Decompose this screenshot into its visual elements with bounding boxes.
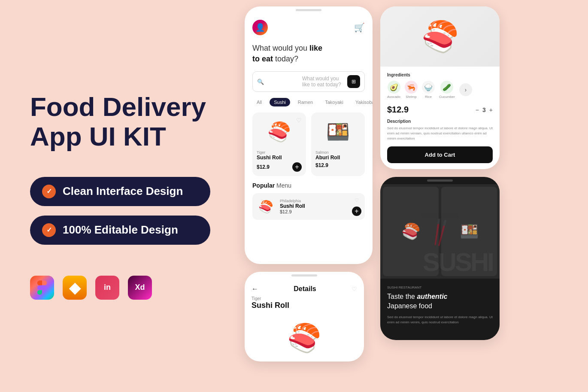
cart-icon: 🛒 [354,22,365,33]
dark-description: Sed do eiusmod tempor incididunt ut labo… [387,315,493,325]
avatar: 👤 [252,20,268,35]
detail-price: $12.9 [387,105,409,115]
food-price-2: $12.9 [315,162,328,168]
add-btn-1[interactable]: + [292,162,302,172]
food-card-1: ♡ 🍣 Tiger Sushi Roll $12.9 + [252,112,306,176]
detail-bottom-label: Tiger [245,296,364,301]
phone-dark: 🍣 🍱 🥢 SUSHI SUSHI RESTAURANT Taste the a… [380,177,500,340]
ingredient-avocado: 🥑 Avocado [387,81,400,99]
phone-detail-bottom: ← Details ♡ Tiger Sushi Roll 🍣 [245,272,364,362]
popular-add-btn[interactable]: + [352,207,361,216]
popular-label: Philadelphia [280,199,348,203]
details-screen-title: Details [294,285,316,293]
qty-control: − 3 + [476,106,493,113]
ingredient-more[interactable]: › [459,83,472,96]
food-name-1: Sushi Roll [257,155,302,161]
detail-food-preview: 🍣 [245,314,364,362]
tab-all[interactable]: All [252,98,266,106]
food-card-2: 🍱 Salmon Aburi Roll $12.9 [311,112,365,176]
detail-bottom-name: Sushi Roll [245,301,364,314]
invision-icon: in [95,276,119,300]
phone-notch [296,9,321,11]
ingredient-cucumber-icon: 🥒 [440,81,453,94]
food-grid: ♡ 🍣 Tiger Sushi Roll $12.9 + 🍱 Salmon Ab… [252,112,365,176]
sketch-icon: ◆ [63,276,87,300]
popular-title: Popular Menu [252,182,365,189]
heart-icon-1[interactable]: ♡ [296,117,302,124]
badge-editable: 100% Editable Design [30,216,210,245]
back-button[interactable]: ← [252,285,258,293]
add-to-cart-button[interactable]: Add to Cart [387,146,493,163]
search-placeholder: What would you like to eat today? [302,76,344,88]
ingredient-rice: 🍚 Rice [422,81,435,99]
qty-minus[interactable]: − [476,106,479,113]
tools-row: ◆ in Xd [30,276,215,300]
dark-tag: SUSHI RESTAURANT [387,286,493,289]
main-title: Food Delivery App UI KIT [30,92,215,151]
ingredient-rice-name: Rice [425,95,432,99]
food-price-row-2: $12.9 [315,162,361,168]
tab-ramen[interactable]: Ramen [294,98,317,106]
xd-icon: Xd [128,276,152,300]
qty-value: 3 [482,106,486,113]
phone-detail-top: 🍣 Ingredients 🥑 Avocado 🦐 Shrimp 🍚 Ric [380,6,500,169]
popular-price: $12.9 [280,209,348,214]
popular-image: 🍣 [256,197,276,216]
tab-takoyaki[interactable]: Takoyaki [321,98,348,106]
phone-main-inner: 👤 🛒 What would you like to eat today? 🔍 … [245,14,373,226]
ingredient-avocado-name: Avocado [387,95,400,99]
phone-notch-bottom [291,274,317,277]
ingredient-shrimp-icon: 🦐 [405,81,418,94]
food-label-1: Tiger [257,150,302,155]
description-text: Sed do eiusmod tempor incididunt ut labo… [387,126,493,141]
ingredient-cucumber-name: Cucumber [439,95,455,99]
check-icon-2 [42,223,56,237]
filter-tabs: All Sushi Ramen Takoyaki Yakisoba Tonkat… [252,98,365,106]
watermark: SUSHI [423,247,493,277]
dark-headline: Taste the authentic Japanese food [387,292,493,311]
phone-main: 👤 🛒 What would you like to eat today? 🔍 … [245,6,373,264]
ingredients-row: 🥑 Avocado 🦐 Shrimp 🍚 Rice 🥒 Cucumber [387,81,493,99]
popular-item: 🍣 Philadelphia Sushi Roll $12.9 ♡ + [252,193,365,220]
phones-area: 👤 🛒 What would you like to eat today? 🔍 … [240,0,588,392]
dark-text-overlay: SUSHI RESTAURANT Taste the authentic Jap… [380,279,500,332]
ingredient-cucumber: 🥒 Cucumber [439,81,455,99]
ingredient-avocado-icon: 🥑 [388,81,400,94]
phone-dark-notch [427,179,453,182]
left-panel: Food Delivery App UI KIT Clean Interface… [0,0,240,392]
popular-info: Philadelphia Sushi Roll $12.9 [280,199,348,214]
check-icon-1 [42,185,56,198]
food-price-row-1: $12.9 + [257,162,302,172]
ingredient-rice-icon: 🍚 [422,81,435,94]
ingredient-shrimp: 🦐 Shrimp [405,81,418,99]
description-title: Description [387,119,493,124]
food-price-1: $12.9 [257,164,270,170]
search-bar[interactable]: 🔍 What would you like to eat today? ⊞ [252,71,365,92]
badge1-text: Clean Interface Design [63,185,183,198]
heart-icon-detail[interactable]: ♡ [352,286,357,292]
tab-yakisoba[interactable]: Yakisoba [351,98,373,106]
detail-body: Ingredients 🥑 Avocado 🦐 Shrimp 🍚 Rice [380,67,500,169]
detail-bottom-header: ← Details ♡ [245,279,364,296]
right-column: 🍣 Ingredients 🥑 Avocado 🦐 Shrimp 🍚 Ric [380,6,500,386]
badge2-text: 100% Editable Design [63,223,178,237]
food-label-2: Salmon [315,150,361,155]
ingredient-shrimp-name: Shrimp [406,95,416,99]
popular-name: Sushi Roll [280,203,348,209]
figma-icon [30,276,54,300]
price-qty-row: $12.9 − 3 + [387,105,493,115]
badge-clean-interface: Clean Interface Design [30,177,210,206]
search-button[interactable]: ⊞ [347,75,360,88]
qty-plus[interactable]: + [489,106,493,113]
food-name-2: Aburi Roll [315,155,361,161]
phone-header: 👤 🛒 [252,20,365,35]
center-column: 👤 🛒 What would you like to eat today? 🔍 … [245,6,373,386]
detail-food-bg: 🍣 [380,6,500,67]
food-image-2: 🍱 [315,117,361,147]
greeting-text: What would you like to eat today? [252,43,365,64]
food-image-1: 🍣 [257,117,302,147]
tab-sushi[interactable]: Sushi [270,98,290,106]
ingredients-title: Ingredients [387,73,493,77]
